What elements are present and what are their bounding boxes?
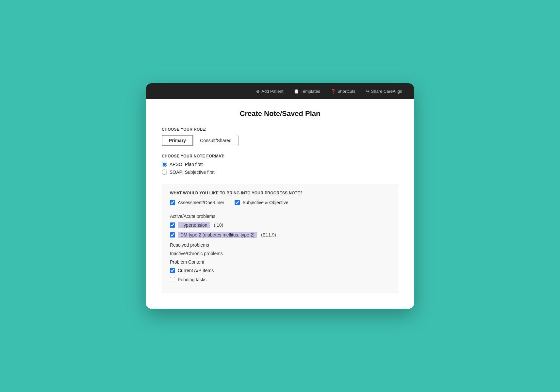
- role-consult-button[interactable]: Consult/Shared: [193, 135, 239, 146]
- assessment-checkbox[interactable]: [170, 200, 175, 205]
- page-title: Create Note/Saved Plan: [162, 109, 398, 118]
- hypertension-tag: Hypertension: [178, 222, 210, 228]
- subjective-checkbox-row[interactable]: Subjective & Objective: [235, 200, 288, 205]
- note-format-label: CHOOSE YOUR NOTE FORMAT:: [162, 154, 398, 158]
- top-checkbox-group: Assessment/One-Liner Subjective & Object…: [170, 200, 390, 209]
- hypertension-checkbox[interactable]: [170, 222, 175, 228]
- assessment-checkbox-row[interactable]: Assessment/One-Liner: [170, 200, 224, 205]
- progress-note-title: WHAT WOULD YOU LIKE TO BRING INTO YOUR P…: [170, 191, 390, 195]
- active-acute-label: Active/Acute problems: [170, 214, 390, 219]
- role-primary-button[interactable]: Primary: [162, 135, 193, 146]
- assessment-label: Assessment/One-Liner: [178, 200, 224, 205]
- subjective-checkbox[interactable]: [235, 200, 240, 205]
- inactive-label: Inactive/Chronic problems: [170, 251, 390, 256]
- progress-note-box: WHAT WOULD YOU LIKE TO BRING INTO YOUR P…: [162, 184, 398, 293]
- add-patient-icon: ⊕: [256, 89, 260, 94]
- current-ap-checkbox[interactable]: [170, 268, 175, 273]
- soap-radio-option[interactable]: SOAP: Subjective first: [162, 170, 398, 175]
- hypertension-code: (I10): [213, 222, 223, 228]
- dm-type2-tag: DM type 2 (diabetes mellitus, type 2): [178, 232, 257, 238]
- pending-tasks-label: Pending tasks: [178, 277, 206, 282]
- shortcuts-icon: ❓: [331, 89, 336, 94]
- soap-label: SOAP: Subjective first: [170, 170, 215, 175]
- dm-type2-row[interactable]: DM type 2 (diabetes mellitus, type 2) (E…: [170, 232, 390, 238]
- problem-content-label: Problem Content: [170, 259, 390, 265]
- role-section-label: CHOOSE YOUR ROLE:: [162, 127, 398, 132]
- pending-tasks-row[interactable]: Pending tasks: [170, 277, 390, 282]
- resolved-label: Resolved problems: [170, 242, 390, 248]
- main-content: Create Note/Saved Plan CHOOSE YOUR ROLE:…: [146, 99, 414, 309]
- current-ap-row[interactable]: Current A/P Items: [170, 268, 390, 273]
- role-buttons: Primary Consult/Shared: [162, 135, 398, 146]
- pending-tasks-checkbox[interactable]: [170, 277, 175, 282]
- share-nav[interactable]: ↪ Share CareAlign: [362, 87, 406, 96]
- templates-icon: 📋: [294, 89, 299, 94]
- dm-type2-code: (E11.9): [260, 232, 276, 237]
- top-nav: ⊕ Add Patient 📋 Templates ❓ Shortcuts ↪ …: [146, 83, 414, 99]
- current-ap-label: Current A/P Items: [178, 268, 214, 273]
- hypertension-row[interactable]: Hypertension (I10): [170, 222, 390, 228]
- app-window: ⊕ Add Patient 📋 Templates ❓ Shortcuts ↪ …: [146, 83, 414, 309]
- dm-type2-checkbox[interactable]: [170, 232, 175, 237]
- add-patient-nav[interactable]: ⊕ Add Patient: [252, 87, 287, 96]
- apso-label: APSO: Plan first: [170, 162, 203, 167]
- soap-radio[interactable]: [162, 170, 167, 175]
- apso-radio-option[interactable]: APSO: Plan first: [162, 162, 398, 167]
- shortcuts-nav[interactable]: ❓ Shortcuts: [327, 87, 359, 96]
- note-format-section: CHOOSE YOUR NOTE FORMAT: APSO: Plan firs…: [162, 154, 398, 175]
- apso-radio[interactable]: [162, 162, 167, 167]
- subjective-label: Subjective & Objective: [242, 200, 288, 205]
- templates-nav[interactable]: 📋 Templates: [290, 87, 324, 96]
- share-icon: ↪: [366, 89, 370, 94]
